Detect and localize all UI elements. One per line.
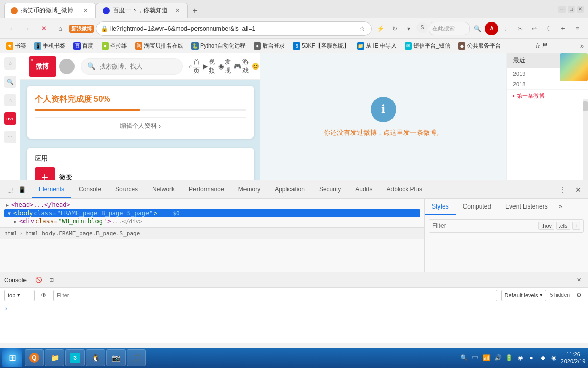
home-button[interactable]: ⌂ <box>53 21 67 36</box>
tab-baidu[interactable]: 百度一下，你就知道 ✕ <box>96 3 188 18</box>
console-settings-icon[interactable]: ⚙ <box>574 290 584 301</box>
taskbar-item-360[interactable]: 3 <box>65 349 85 366</box>
tab-console[interactable]: Console <box>71 180 108 198</box>
weibo-empty-message[interactable]: 你还没有发过微博，点这里发一条微博。 <box>324 128 443 137</box>
sidebar-icon-star[interactable]: ☆ <box>4 57 16 70</box>
bookmarks-more[interactable]: » <box>580 42 584 50</box>
bookmark-taobao[interactable]: 淘 淘宝贝排名在线 <box>133 41 185 51</box>
console-cursor[interactable] <box>10 305 10 312</box>
tab-adblock[interactable]: Adblock Plus <box>380 180 429 198</box>
tray-app2-icon[interactable]: ● <box>527 353 536 362</box>
forward-button[interactable]: › <box>20 21 35 36</box>
cls-button[interactable]: .cls <box>556 222 570 230</box>
console-filter-input[interactable] <box>53 290 497 301</box>
taskbar-item-browser[interactable]: Q <box>24 349 44 366</box>
new-tab-action[interactable]: + <box>556 22 570 35</box>
div-toggle[interactable]: ▶ <box>12 219 18 224</box>
download-button[interactable]: ↓ <box>499 22 512 35</box>
lightning-button[interactable]: ⚡ <box>374 22 387 35</box>
search-input-nav[interactable]: 在此搜索 <box>429 22 470 35</box>
elem-body[interactable]: ▼ <body class="FRAME_page B_page S_page"… <box>4 209 420 217</box>
tray-search-icon[interactable]: 🔍 <box>459 353 469 362</box>
tray-sound-icon[interactable]: 🔊 <box>493 353 502 362</box>
tray-app1-icon[interactable]: ◉ <box>516 353 525 362</box>
bookmark-mobile[interactable]: 📱 手机书签 <box>32 41 67 51</box>
tray-network-icon[interactable]: 📶 <box>482 353 491 362</box>
search-engine-button[interactable]: S <box>416 22 428 33</box>
add-style-button[interactable]: + <box>572 222 580 230</box>
taskbar-item-app5[interactable]: 🎵 <box>127 349 146 366</box>
darkmode-button[interactable]: ☾ <box>542 22 555 35</box>
refresh-button[interactable]: ↻ <box>388 22 401 35</box>
tray-app4-icon[interactable]: ◉ <box>549 353 558 362</box>
styles-filter-input[interactable] <box>432 222 536 229</box>
menu-button[interactable]: ≡ <box>571 22 584 35</box>
edit-profile-button[interactable]: 编辑个人资料 › <box>35 122 246 130</box>
console-top-select[interactable]: top ▾ <box>4 290 35 301</box>
bookmark-saint[interactable]: ● 圣拉维 <box>100 41 129 51</box>
close-button[interactable]: ✕ <box>577 6 584 13</box>
screenshot-button[interactable]: ✂ <box>513 22 527 35</box>
start-button[interactable]: ⊞ <box>2 348 22 367</box>
adblock-button[interactable]: A <box>485 22 498 35</box>
tab-network[interactable]: Network <box>145 180 182 198</box>
styles-tab-more[interactable]: » <box>555 199 567 215</box>
wb-nav-home[interactable]: ⌂ 首页 <box>189 58 200 75</box>
body-toggle[interactable]: ▼ <box>6 211 12 216</box>
weibo-scrollbar-thumb[interactable] <box>583 101 588 111</box>
tab-baidu-close[interactable]: ✕ <box>173 7 181 15</box>
new-tab-button[interactable]: + <box>188 4 202 18</box>
console-clear-icon[interactable]: 🚫 <box>34 275 44 285</box>
breadcrumb-html[interactable]: html <box>4 230 18 237</box>
tray-battery-icon[interactable]: 🔋 <box>504 353 513 362</box>
wb-nav-video[interactable]: ▶ 视频 <box>203 58 215 75</box>
devtools-close-button[interactable]: ✕ <box>573 184 584 195</box>
tab-security[interactable]: Security <box>312 180 348 198</box>
tab-elements[interactable]: Elements <box>32 180 71 198</box>
head-toggle[interactable]: ▶ <box>4 202 10 208</box>
bookmark-sms[interactable]: ✉ 短信平台_短信 <box>403 41 452 51</box>
tab-sources[interactable]: Sources <box>108 180 145 198</box>
stop-button[interactable]: ✕ <box>37 21 51 36</box>
taskbar-item-files[interactable]: 📁 <box>45 349 64 366</box>
minimize-button[interactable]: ─ <box>558 6 566 13</box>
tab-audits[interactable]: Audits <box>348 180 379 198</box>
devtools-inspect-icon[interactable]: ⬚ <box>4 184 15 195</box>
wb-nav-games[interactable]: 🎮 游戏 <box>234 58 249 75</box>
back-button[interactable]: ‹ <box>4 21 18 36</box>
extensions-button[interactable]: 🔍 <box>471 22 484 35</box>
console-filter-icon[interactable]: ⊡ <box>46 275 56 285</box>
dropdown-button[interactable]: ▾ <box>402 22 415 35</box>
bookmark-public[interactable]: ◆ 公共服务平台 <box>456 41 503 51</box>
breadcrumb-body[interactable]: html body.FRAME_page.B_page.S_page <box>25 230 140 237</box>
console-eye-button[interactable]: 👁 <box>39 290 49 301</box>
address-bar-container[interactable]: 🔒 ☆ <box>96 21 372 36</box>
sidebar-icon-dots[interactable]: ⋯ <box>4 131 16 143</box>
hov-button[interactable]: :hov <box>538 222 554 230</box>
bookmark-star2[interactable]: ☆ 星 <box>533 41 550 51</box>
bookmark-python[interactable]: 🐍 Python自动化远程 <box>189 41 248 51</box>
tray-app3-icon[interactable]: ◆ <box>538 353 547 362</box>
sidebar-icon-live[interactable]: LIVE <box>4 112 16 125</box>
tab-weibo-close[interactable]: ✕ <box>81 7 89 15</box>
address-input[interactable] <box>110 25 356 32</box>
wb-nav-discover[interactable]: ◉ 发现 <box>218 58 231 75</box>
styles-tab-listeners[interactable]: Event Listeners <box>498 199 555 215</box>
weibo-search-input[interactable] <box>100 63 176 70</box>
devtools-more-button[interactable]: ⋮ <box>557 184 569 195</box>
tray-input-icon[interactable]: 中 <box>471 353 480 362</box>
star-button[interactable]: ☆ <box>358 24 367 33</box>
taskbar-item-app4[interactable]: 📷 <box>106 349 126 366</box>
weibo-first-post[interactable]: • 第一条微博 <box>507 90 588 102</box>
sidebar-icon-home[interactable]: ⌂ <box>4 94 16 106</box>
app-item-weibian[interactable]: + 微变 <box>35 167 246 180</box>
console-levels-button[interactable]: Default levels ▾ <box>501 290 546 301</box>
devtools-mobile-icon[interactable]: 📱 <box>16 184 28 195</box>
tab-performance[interactable]: Performance <box>182 180 231 198</box>
bookmark-admin[interactable]: ● 后台登录 <box>252 41 287 51</box>
tab-application[interactable]: Application <box>267 180 312 198</box>
console-close-icon[interactable]: ✕ <box>574 275 584 285</box>
bookmark-53kf[interactable]: 5 53KF【客服系统】 <box>291 41 351 51</box>
undo-button[interactable]: ↩ <box>528 22 541 35</box>
taskbar-item-qq[interactable]: 🐧 <box>86 349 105 366</box>
